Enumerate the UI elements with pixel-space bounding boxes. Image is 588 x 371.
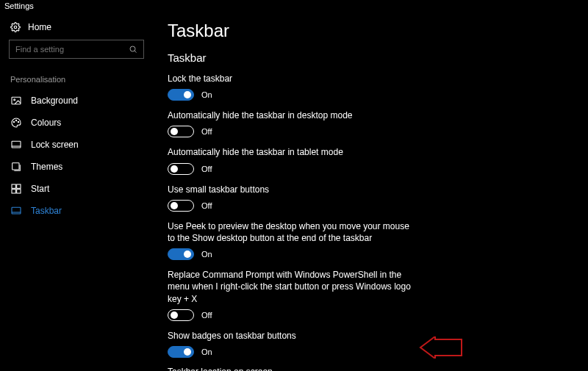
svg-point-5	[13, 121, 14, 122]
toggle-switch[interactable]	[168, 89, 194, 101]
setting-label: Replace Command Prompt with Windows Powe…	[168, 269, 417, 305]
setting-row: Replace Command Prompt with Windows Powe…	[168, 269, 573, 321]
annotation-arrow	[419, 336, 463, 359]
setting-label: Show badges on taskbar buttons	[168, 330, 417, 342]
picture-icon	[10, 95, 22, 107]
sidebar-item-background[interactable]: Background	[9, 90, 147, 112]
settings-list: Lock the taskbarOnAutomatically hide the…	[168, 73, 573, 358]
toggle-state-text: On	[201, 250, 212, 259]
search-field[interactable]	[15, 45, 126, 54]
sidebar-item-label: Start	[31, 184, 49, 194]
taskbar-icon	[10, 205, 22, 217]
svg-rect-15	[12, 207, 21, 214]
sidebar-item-start[interactable]: Start	[9, 178, 147, 200]
setting-label: Use small taskbar buttons	[168, 184, 417, 195]
svg-point-0	[14, 26, 17, 29]
window-body: Home Personalisation Background Colours	[0, 12, 588, 371]
setting-row: Automatically hide the taskbar in tablet…	[168, 146, 573, 174]
lockscreen-icon	[10, 139, 22, 151]
toggle-switch[interactable]	[168, 248, 194, 260]
svg-rect-12	[17, 184, 21, 188]
toggle-switch[interactable]	[168, 126, 194, 137]
settings-window: Settings Home Personalisation Background	[0, 0, 588, 371]
toggle-state-text: On	[201, 347, 212, 356]
toggle-knob	[171, 165, 178, 173]
sidebar-item-label: Background	[31, 96, 78, 106]
toggle-knob	[184, 251, 191, 258]
toggle-knob	[171, 202, 178, 209]
toggle-row: On	[168, 248, 573, 260]
search-icon	[129, 45, 137, 54]
setting-label: Lock the taskbar	[168, 73, 417, 84]
svg-point-1	[130, 46, 135, 51]
home-nav[interactable]: Home	[10, 22, 147, 32]
svg-point-6	[15, 120, 16, 120]
svg-line-2	[135, 51, 136, 52]
sidebar: Home Personalisation Background Colours	[0, 12, 154, 371]
svg-rect-10	[12, 163, 19, 170]
search-input[interactable]	[9, 40, 144, 59]
sidebar-item-label: Colours	[31, 118, 61, 128]
setting-row: Lock the taskbarOn	[168, 73, 573, 101]
toggle-knob	[171, 311, 178, 319]
gear-icon	[10, 22, 21, 32]
setting-label: Automatically hide the taskbar in tablet…	[168, 146, 417, 158]
svg-rect-13	[12, 190, 15, 193]
setting-row: Automatically hide the taskbar in deskto…	[168, 109, 573, 137]
toggle-switch[interactable]	[168, 163, 194, 175]
sidebar-section-label: Personalisation	[10, 75, 147, 84]
svg-point-4	[14, 99, 15, 101]
toggle-row: On	[168, 346, 573, 358]
toggle-state-text: Off	[201, 311, 212, 320]
toggle-state-text: Off	[201, 201, 212, 210]
toggle-state-text: On	[201, 90, 212, 99]
sidebar-item-lockscreen[interactable]: Lock screen	[9, 134, 147, 156]
toggle-row: Off	[168, 200, 573, 212]
themes-icon	[10, 161, 22, 173]
toggle-knob	[184, 91, 191, 98]
toggle-row: Off	[168, 126, 573, 137]
svg-point-7	[18, 121, 18, 122]
page-title: Taskbar	[168, 21, 573, 41]
setting-label: Automatically hide the taskbar in deskto…	[168, 109, 417, 121]
toggle-state-text: Off	[201, 127, 212, 136]
setting-row: Use small taskbar buttonsOff	[168, 184, 573, 212]
sidebar-item-label: Lock screen	[31, 140, 79, 150]
svg-rect-8	[12, 141, 21, 148]
window-title: Settings	[0, 0, 588, 12]
taskbar-location-label: Taskbar location on screen	[168, 367, 573, 371]
toggle-row: On	[168, 89, 573, 101]
palette-icon	[10, 117, 22, 129]
sidebar-nav: Background Colours Lock screen Themes St…	[9, 90, 147, 222]
sidebar-item-label: Themes	[31, 162, 62, 172]
svg-rect-14	[17, 190, 21, 193]
sidebar-item-colours[interactable]: Colours	[9, 112, 147, 134]
start-icon	[10, 183, 22, 195]
toggle-switch[interactable]	[168, 309, 194, 321]
sidebar-item-taskbar[interactable]: Taskbar	[9, 200, 147, 222]
content-pane: Taskbar Taskbar Lock the taskbarOnAutoma…	[154, 12, 588, 371]
sidebar-item-themes[interactable]: Themes	[9, 156, 147, 178]
toggle-row: Off	[168, 163, 573, 175]
home-label: Home	[28, 22, 51, 32]
setting-row: Use Peek to preview the desktop when you…	[168, 220, 573, 260]
toggle-switch[interactable]	[168, 346, 194, 358]
setting-label: Use Peek to preview the desktop when you…	[168, 220, 417, 244]
toggle-row: Off	[168, 309, 573, 321]
toggle-switch[interactable]	[168, 200, 194, 212]
toggle-knob	[171, 128, 178, 135]
toggle-knob	[184, 348, 191, 356]
toggle-state-text: Off	[201, 165, 212, 173]
sidebar-item-label: Taskbar	[31, 206, 62, 216]
section-subhead: Taskbar	[168, 51, 573, 64]
setting-row: Show badges on taskbar buttonsOn	[168, 330, 573, 358]
svg-rect-11	[12, 184, 15, 188]
